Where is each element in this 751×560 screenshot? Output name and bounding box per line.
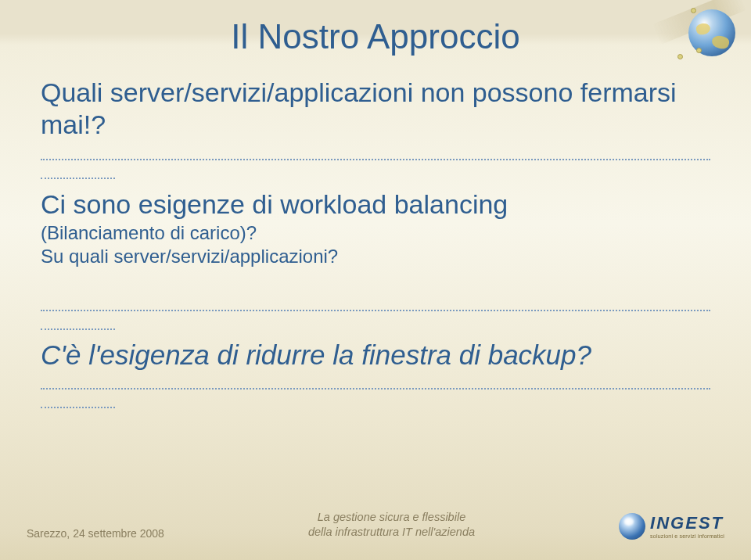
fill-line-short — [41, 314, 710, 332]
logo-name: INGEST — [650, 515, 724, 532]
globe-icon — [619, 513, 645, 540]
slide-body: Quali server/servizi/applicazioni non po… — [41, 77, 710, 418]
footer-subtitle-line2: della infrastruttura IT nell'azienda — [308, 525, 475, 540]
slide: Il Nostro Approccio Quali server/servizi… — [0, 0, 751, 560]
fill-line-short — [41, 163, 710, 181]
logo-tagline: soluzioni e servizi informatici — [650, 533, 724, 539]
slide-title: Il Nostro Approccio — [0, 17, 751, 56]
question-1: Quali server/servizi/applicazioni non po… — [41, 77, 710, 142]
footer-subtitle-line1: La gestione sicura e flessibile — [308, 510, 475, 525]
fill-line-short — [41, 393, 710, 410]
footer-subtitle: La gestione sicura e flessibile della in… — [308, 510, 475, 540]
slide-footer: Sarezzo, 24 settembre 2008 La gestione s… — [27, 510, 724, 540]
fill-line — [41, 296, 710, 313]
question-2-sub2: Su quali server/servizi/applicazioni? — [41, 246, 710, 267]
fill-line — [41, 374, 710, 391]
footer-logo: INGEST soluzioni e servizi informatici — [619, 513, 724, 540]
logo-text: INGEST soluzioni e servizi informatici — [650, 515, 724, 539]
question-3: C'è l'esigenza di ridurre la finestra di… — [41, 339, 710, 371]
question-2: Ci sono esigenze di workload balancing — [41, 188, 710, 221]
footer-date: Sarezzo, 24 settembre 2008 — [27, 527, 164, 540]
question-2-sub1: (Bilanciamento di carico)? — [41, 222, 710, 244]
fill-line — [41, 145, 710, 162]
